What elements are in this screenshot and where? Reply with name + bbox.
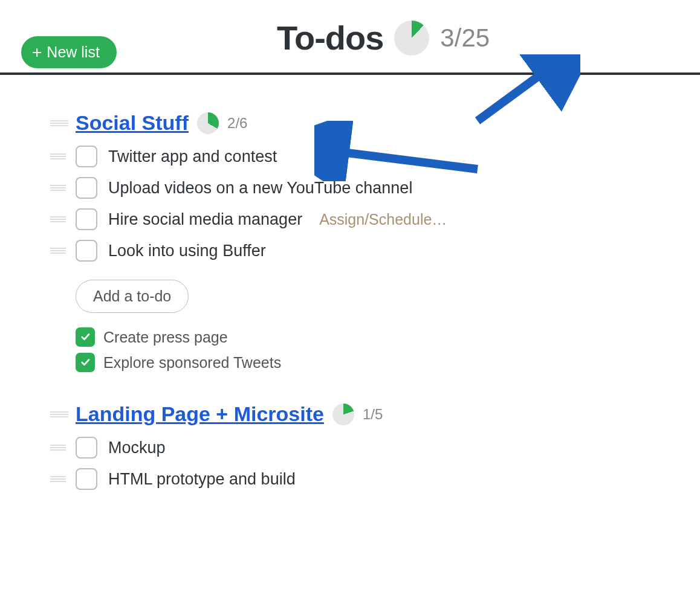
todo-list: Landing Page + Microsite 1/5 Mockup HTML… [76, 402, 688, 490]
todo-checkbox[interactable] [76, 468, 97, 490]
todo-list: Social Stuff 2/6 Twitter app and contest… [76, 111, 688, 372]
new-list-label: New list [47, 43, 100, 61]
done-item[interactable]: Create press page [76, 327, 688, 347]
drag-handle-icon[interactable] [50, 411, 66, 417]
list-header: Social Stuff 2/6 [76, 111, 688, 135]
drag-handle-icon[interactable] [50, 445, 66, 451]
progress-pie-icon [332, 404, 354, 425]
list-header: Landing Page + Microsite 1/5 [76, 402, 688, 426]
todo-checkbox[interactable] [76, 146, 97, 167]
drag-handle-icon[interactable] [50, 477, 66, 482]
list-progress-ratio: 2/6 [227, 115, 247, 132]
todo-text: HTML prototype and build [108, 470, 296, 489]
todo-item[interactable]: Mockup [76, 437, 688, 458]
add-todo-button[interactable]: Add a to-do [76, 280, 189, 313]
todo-item[interactable]: Twitter app and contest [76, 146, 688, 167]
todo-text: Upload videos on a new YouTube channel [108, 179, 412, 198]
checkmark-icon[interactable] [76, 353, 95, 372]
drag-handle-icon[interactable] [50, 248, 66, 254]
drag-handle-icon[interactable] [50, 185, 66, 191]
todo-text: Look into using Buffer [108, 242, 266, 260]
header-title-wrap: To-dos 3/25 [277, 18, 490, 57]
assign-schedule-link[interactable]: Assign/Schedule… [319, 211, 447, 228]
drag-handle-icon[interactable] [50, 120, 66, 126]
checkmark-icon[interactable] [76, 327, 95, 347]
todo-item[interactable]: Look into using Buffer [76, 240, 688, 262]
drag-handle-icon[interactable] [50, 154, 66, 159]
todo-item[interactable]: Upload videos on a new YouTube channel [76, 177, 688, 199]
list-title-link[interactable]: Landing Page + Microsite [76, 402, 324, 426]
todo-checkbox[interactable] [76, 240, 97, 262]
todo-checkbox[interactable] [76, 437, 97, 458]
progress-pie-icon [197, 112, 219, 134]
list-title-link[interactable]: Social Stuff [76, 111, 189, 135]
todo-item[interactable]: HTML prototype and build [76, 468, 688, 490]
todo-checkbox[interactable] [76, 177, 97, 199]
drag-handle-icon[interactable] [50, 217, 66, 222]
done-text: Create press page [103, 329, 228, 346]
plus-icon: + [32, 44, 42, 61]
new-list-button[interactable]: + New list [21, 36, 117, 68]
todo-text: Mockup [108, 439, 166, 457]
progress-pie-icon [394, 21, 429, 56]
list-progress-ratio: 1/5 [363, 406, 383, 423]
page-progress-ratio: 3/25 [440, 24, 490, 53]
done-text: Explore sponsored Tweets [103, 354, 281, 372]
done-item[interactable]: Explore sponsored Tweets [76, 353, 688, 372]
page-title: To-dos [277, 18, 383, 57]
todo-text: Hire social media manager [108, 210, 302, 229]
todo-item[interactable]: Hire social media manager Assign/Schedul… [76, 208, 688, 230]
todo-text: Twitter app and contest [108, 147, 277, 166]
todo-checkbox[interactable] [76, 208, 97, 230]
